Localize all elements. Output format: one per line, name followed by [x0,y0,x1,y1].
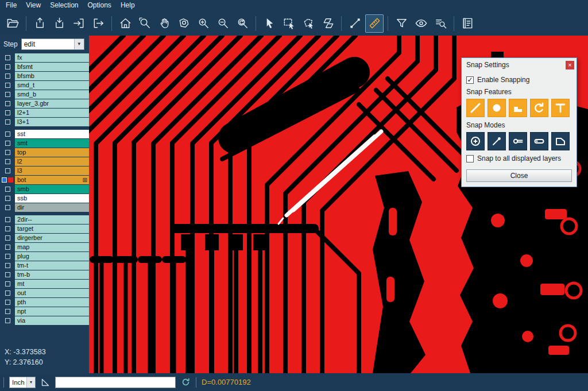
menu-item-file[interactable]: File [1,0,21,11]
layer-checkbox[interactable] [5,226,10,231]
menu-item-view[interactable]: View [21,0,45,11]
step-select[interactable]: edit ▾ [21,38,84,50]
all-layers-checkbox[interactable] [466,155,474,162]
snap-mode-key-button[interactable] [509,132,527,150]
ruler-button[interactable] [365,14,384,33]
enable-snapping-checkbox[interactable]: ✓ [466,76,474,84]
layer-checkbox[interactable] [5,309,10,314]
layer-row-smt[interactable]: smt [0,139,89,148]
layer-row-target[interactable]: target [0,224,89,233]
layer-checkbox[interactable] [5,272,10,277]
layer-checkbox[interactable] [5,318,10,323]
layer-checkbox[interactable] [5,64,10,69]
snap-mode-poly-button[interactable] [551,132,570,150]
layer-row-l3-1[interactable]: l3+1 [0,118,89,126]
layer-row-tm-b[interactable]: tm-b [0,270,89,279]
select-rect-button[interactable] [280,14,298,33]
layer-row-bfsmb[interactable]: bfsmb [0,72,89,80]
layer-row-ssb[interactable]: ssb [0,194,89,203]
layer-checkbox[interactable] [5,281,10,287]
layer-checkbox[interactable] [5,131,10,137]
menu-item-selection[interactable]: Selection [45,0,83,11]
zoom-out-button[interactable] [214,14,232,33]
layer-checkbox[interactable] [5,101,10,106]
layer-row-dir[interactable]: dir [0,203,89,212]
layer-row-pth[interactable]: pth [0,298,89,307]
command-input[interactable] [55,377,176,388]
menu-item-help[interactable]: Help [116,0,140,11]
snap-mode-end-button[interactable] [488,132,506,150]
layer-row-l2[interactable]: l2 [0,157,89,166]
home-button[interactable] [116,14,134,33]
layer-checkbox[interactable] [5,217,10,222]
layer-checkbox[interactable] [5,73,10,79]
layer-checkbox[interactable] [5,92,10,97]
layer-checkbox[interactable] [5,205,10,210]
zoom-area-button[interactable] [136,14,154,33]
layer-checkbox[interactable] [5,55,10,60]
layer-row-dirgerber[interactable]: dirgerber [0,234,89,242]
layer-checkbox[interactable] [5,291,10,296]
layer-row-layer-3-gbr[interactable]: layer_3.gbr [0,99,89,108]
layer-row-plug[interactable]: plug [0,252,89,261]
select-poly-button[interactable] [299,14,318,33]
snap-feat-text-button[interactable] [551,99,570,117]
close-button[interactable]: Close [466,169,572,182]
import-box-button[interactable] [50,14,68,33]
export-box-button[interactable] [30,14,49,33]
layer-row-l2-1[interactable]: l2+1 [0,109,89,117]
layer-row-npt[interactable]: npt [0,307,89,316]
layer-checkbox[interactable] [5,141,10,146]
eye-button[interactable] [412,14,430,33]
layer-row-sst[interactable]: sst [0,130,89,138]
funnel-button[interactable] [392,14,411,33]
layer-row-fx[interactable]: fx [0,53,89,62]
zoom-poly-button[interactable] [175,14,193,33]
layer-checkbox[interactable] [5,263,10,268]
layer-checkbox[interactable] [5,196,10,201]
layer-row-smd-t[interactable]: smd_t [0,81,89,90]
layer-row-smd-b[interactable]: smd_b [0,90,89,99]
layer-row-mt[interactable]: mt [0,280,89,288]
snap-feat-corner-button[interactable] [509,99,527,117]
folder-open-button[interactable] [3,14,22,33]
snap-feat-line-button[interactable] [466,99,485,117]
report-button[interactable] [458,14,477,33]
layer-row-bot[interactable]: bot⊞ [0,176,89,184]
layer-checkbox[interactable] [5,110,10,115]
layer-checkbox[interactable] [2,177,7,183]
layer-checkbox[interactable] [5,245,10,250]
angle-tool-icon[interactable] [41,378,50,387]
snap-mode-slot-button[interactable] [530,132,548,150]
layer-checkbox[interactable] [5,159,10,164]
unit-select[interactable]: Inch ▾ [9,377,36,388]
layer-checkbox[interactable] [5,119,10,125]
transform-button[interactable] [319,14,337,33]
layer-row-top[interactable]: top [0,148,89,157]
layer-row-via[interactable]: via [0,316,89,325]
snap-feat-pad-button[interactable] [488,99,506,117]
refresh-icon[interactable] [181,377,191,387]
layer-row-bfsmt[interactable]: bfsmt [0,63,89,71]
layer-checkbox[interactable] [5,300,10,305]
menu-item-options[interactable]: Options [83,0,116,11]
arrow-out-button[interactable] [89,14,107,33]
arrow-in-button[interactable] [69,14,88,33]
cursor-button[interactable] [260,14,278,33]
snap-feat-arc-button[interactable] [530,99,548,117]
layer-checkbox[interactable] [5,187,10,192]
zoom-reset-button[interactable] [233,14,252,33]
pan-hand-button[interactable] [155,14,173,33]
find-button[interactable] [431,14,450,33]
layer-checkbox[interactable] [5,168,10,173]
layer-checkbox[interactable] [5,235,10,241]
layer-row-tm-t[interactable]: tm-t [0,261,89,270]
layer-row-out[interactable]: out [0,289,89,297]
zoom-in-button[interactable] [194,14,212,33]
dialog-close-icon[interactable]: × [566,61,574,69]
line-tool-button[interactable] [346,14,364,33]
dialog-titlebar[interactable]: Snap Settings × [462,58,577,72]
layer-checkbox[interactable] [5,150,10,155]
layer-checkbox[interactable] [5,83,10,88]
layer-row-2dir-[interactable]: 2dir-- [0,215,89,224]
